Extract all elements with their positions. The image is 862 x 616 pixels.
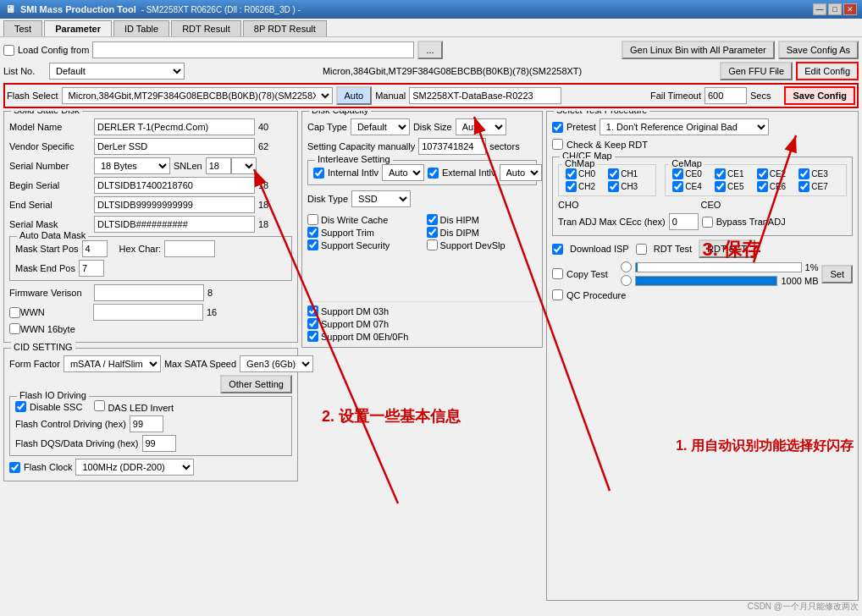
pretest-select[interactable]: 1. Don't Reference Original Bad	[600, 118, 769, 135]
chmap-label: ChMap	[562, 158, 597, 168]
serial-number-select[interactable]: 18 Bytes	[94, 157, 170, 174]
pretest-checkbox[interactable]	[552, 122, 563, 133]
rdt-test-checkbox[interactable]	[636, 244, 647, 255]
ce4-checkbox[interactable]	[672, 181, 683, 192]
flash-clock-checkbox[interactable]	[9, 462, 20, 473]
flash-db-input[interactable]: SM2258XT-DataBase-R0223	[409, 87, 561, 104]
firmware-version-num: 8	[207, 288, 213, 298]
tab-parameter[interactable]: Parameter	[44, 20, 112, 36]
support-dm03h-checkbox[interactable]	[307, 305, 318, 316]
other-setting-button[interactable]: Other Setting	[220, 375, 292, 393]
progress2-label: 1000 MB	[781, 276, 818, 286]
tab-rdt-result[interactable]: RDT Result	[171, 20, 241, 36]
browse-button[interactable]: ...	[417, 41, 442, 59]
setting-cap-input[interactable]	[418, 138, 486, 155]
support-security-checkbox[interactable]	[307, 239, 318, 250]
check-keep-rdt-checkbox[interactable]	[552, 139, 563, 150]
qc-procedure-checkbox[interactable]	[552, 289, 563, 300]
load-config-checkbox[interactable]	[3, 45, 14, 56]
snlen-unit[interactable]	[231, 157, 257, 174]
mask-start-pos-input[interactable]	[82, 240, 108, 257]
progress2-radio[interactable]	[621, 275, 632, 286]
flash-dqs-input[interactable]	[142, 435, 176, 452]
flash-control-input[interactable]	[130, 415, 163, 432]
begin-serial-label: Begin Serial	[9, 180, 94, 190]
fail-timeout-input[interactable]	[705, 87, 747, 104]
app-subtitle: - SM2258XT R0626C (Dll : R0626B_3D ) -	[141, 5, 301, 14]
form-factor-select[interactable]: mSATA / HalfSlim	[64, 355, 161, 372]
end-serial-input[interactable]	[94, 196, 255, 213]
vendor-specific-input[interactable]	[94, 138, 255, 155]
set-button[interactable]: Set	[821, 265, 853, 283]
ce7-checkbox[interactable]	[798, 181, 810, 192]
ce1-checkbox[interactable]	[715, 168, 726, 179]
minimize-button[interactable]: —	[813, 3, 826, 15]
internal-intlv-checkbox[interactable]	[313, 168, 324, 179]
download-isp-checkbox[interactable]	[552, 244, 563, 255]
ch0-checkbox[interactable]	[566, 168, 577, 179]
save-config-as-button[interactable]: Save Config As	[778, 41, 859, 59]
support-devslp-checkbox[interactable]	[427, 239, 438, 250]
dis-hipm-label: Dis HIPM	[440, 215, 479, 225]
bypass-tran-adj-checkbox[interactable]	[702, 217, 713, 228]
ch2-checkbox[interactable]	[566, 181, 577, 192]
load-config-input[interactable]	[92, 41, 414, 58]
edit-config-button[interactable]: Edit Config	[796, 62, 859, 80]
support-dm07h-checkbox[interactable]	[307, 318, 318, 329]
ce2-checkbox[interactable]	[757, 168, 768, 179]
cap-type-select[interactable]: Default	[351, 118, 410, 135]
disk-type-select[interactable]: SSD	[351, 190, 411, 207]
max-sata-speed-label: Max SATA Speed	[164, 359, 236, 369]
copy-test-checkbox[interactable]	[552, 268, 563, 279]
internal-intlv-select[interactable]: Auto	[382, 164, 424, 181]
dis-write-cache-checkbox[interactable]	[307, 214, 318, 225]
ce0-label: CE0	[685, 169, 701, 179]
external-intlv-checkbox[interactable]	[428, 168, 439, 179]
wwn16-checkbox[interactable]	[9, 323, 20, 334]
firmware-version-input[interactable]	[94, 284, 204, 301]
support-trim-checkbox[interactable]	[307, 227, 318, 238]
gen-ffu-button[interactable]: Gen FFU File	[720, 62, 793, 80]
ce5-checkbox[interactable]	[715, 181, 726, 192]
wwn-input[interactable]	[93, 304, 203, 321]
tran-adj-input[interactable]	[669, 213, 699, 230]
tab-8p-rdt-result[interactable]: 8P RDT Result	[243, 20, 327, 36]
model-name-input[interactable]	[94, 118, 255, 135]
mask-end-pos-input[interactable]	[79, 260, 104, 277]
ce3-label: CE3	[811, 169, 827, 179]
gen-linux-bin-button[interactable]: Gen Linux Bin with All Parameter	[622, 41, 775, 59]
support-dm0e-checkbox[interactable]	[307, 331, 318, 342]
flash-select-dropdown[interactable]: Micron,384Gbit,MT29F384G08EBCBB(B0KB)(78…	[62, 87, 333, 104]
serial-mask-input[interactable]	[94, 216, 255, 233]
disable-ssc-label: Disable SSC	[30, 402, 82, 412]
disable-ssc-checkbox[interactable]	[15, 401, 26, 412]
das-led-checkbox[interactable]	[94, 400, 105, 411]
tab-test[interactable]: Test	[3, 20, 42, 36]
mask-end-pos-label: Mask End Pos	[15, 263, 75, 273]
maximize-button[interactable]: □	[828, 3, 842, 15]
begin-serial-input[interactable]	[94, 177, 255, 194]
dis-dipm-checkbox[interactable]	[427, 227, 438, 238]
auto-button[interactable]: Auto	[336, 86, 373, 105]
save-config-button[interactable]: Save Config	[784, 86, 855, 105]
tab-id-table[interactable]: ID Table	[113, 20, 169, 36]
flash-clock-select[interactable]: 100MHz (DDR-200)	[75, 459, 194, 476]
disk-size-select[interactable]: Auto	[456, 118, 506, 135]
flash-control-label: Flash Control Driving (hex)	[15, 419, 126, 429]
auto-data-mask-label: Auto Data Mask	[17, 230, 88, 240]
close-button[interactable]: ✕	[843, 3, 857, 15]
ch1-checkbox[interactable]	[608, 168, 619, 179]
ce6-checkbox[interactable]	[757, 181, 768, 192]
ce3-checkbox[interactable]	[798, 168, 810, 179]
wwn-checkbox[interactable]	[9, 307, 20, 318]
list-no-select[interactable]: Default	[49, 63, 185, 80]
snlen-input[interactable]	[206, 157, 231, 174]
rdt-set-button[interactable]: RDT SET	[699, 239, 755, 258]
dis-hipm-checkbox[interactable]	[427, 214, 438, 225]
progress1-radio[interactable]	[621, 261, 632, 272]
external-intlv-select[interactable]: Auto	[500, 164, 542, 181]
ch3-checkbox[interactable]	[608, 181, 619, 192]
hex-char-input[interactable]	[164, 240, 215, 257]
ce0-checkbox[interactable]	[672, 168, 683, 179]
max-sata-speed-select[interactable]: Gen3 (6Gb)	[240, 355, 313, 372]
